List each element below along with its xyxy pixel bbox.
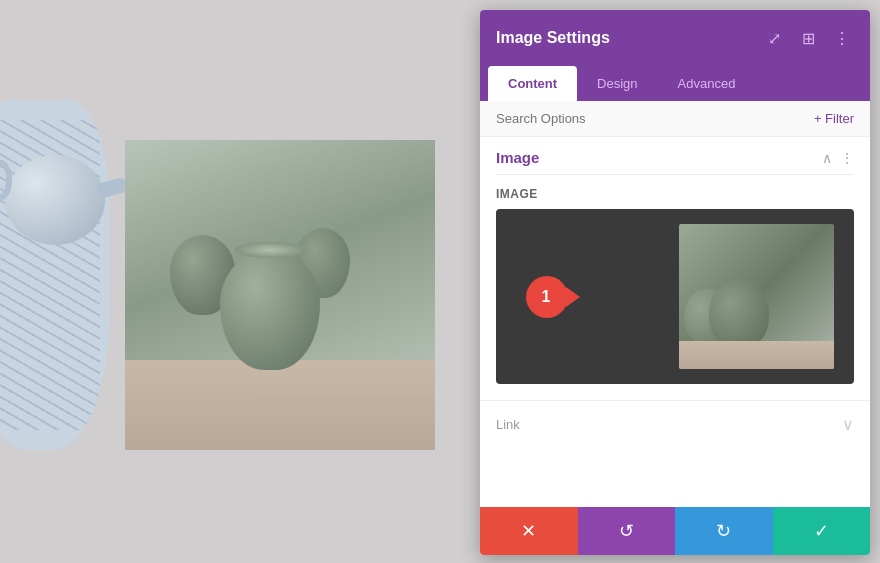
section-header-icons: ∧ ⋮ <box>822 150 854 166</box>
header-icons: ⤢ ⊞ ⋮ <box>762 26 854 50</box>
image-section: Image ∧ ⋮ Image 1 <box>480 137 870 400</box>
search-input[interactable] <box>496 111 814 126</box>
cancel-button[interactable]: ✕ <box>480 507 578 555</box>
image-preview <box>679 224 834 369</box>
section-more-icon[interactable]: ⋮ <box>840 150 854 166</box>
pot-main <box>220 250 320 370</box>
panel-header: Image Settings ⤢ ⊞ ⋮ <box>480 10 870 66</box>
bottom-toolbar: ✕ ↺ ↻ ✓ <box>480 507 870 555</box>
layout-icon[interactable]: ⊞ <box>796 26 820 50</box>
undo-button[interactable]: ↺ <box>578 507 676 555</box>
panel-content: Image ∧ ⋮ Image 1 <box>480 137 870 507</box>
tab-bar: Content Design Advanced <box>480 66 870 101</box>
save-button[interactable]: ✓ <box>773 507 871 555</box>
chevron-down-icon: ∨ <box>842 415 854 434</box>
section-header: Image ∧ ⋮ <box>496 137 854 175</box>
badge-circle: 1 <box>526 276 568 318</box>
link-header[interactable]: Link ∨ <box>496 401 854 448</box>
blue-vase <box>0 100 110 450</box>
annotation-badge: 1 <box>526 276 568 318</box>
tab-advanced[interactable]: Advanced <box>658 66 756 101</box>
section-title: Image <box>496 149 539 166</box>
filter-button[interactable]: + Filter <box>814 111 854 126</box>
undo-icon: ↺ <box>619 520 634 542</box>
thumb-table <box>679 341 834 369</box>
image-settings-panel: Image Settings ⤢ ⊞ ⋮ Content Design Adva… <box>480 10 870 555</box>
badge-arrow <box>566 287 580 307</box>
more-icon[interactable]: ⋮ <box>830 26 854 50</box>
badge-number: 1 <box>542 288 551 306</box>
redo-icon: ↻ <box>716 520 731 542</box>
resize-icon[interactable]: ⤢ <box>762 26 786 50</box>
cancel-icon: ✕ <box>521 520 536 542</box>
thumb-pot-main <box>709 279 769 349</box>
teapot-body <box>5 155 105 245</box>
tab-content[interactable]: Content <box>488 66 577 101</box>
save-icon: ✓ <box>814 520 829 542</box>
tab-design[interactable]: Design <box>577 66 657 101</box>
link-label: Link <box>496 417 520 432</box>
redo-button[interactable]: ↻ <box>675 507 773 555</box>
collapse-icon[interactable]: ∧ <box>822 150 832 166</box>
field-label: Image <box>496 187 854 201</box>
link-section: Link ∨ <box>480 400 870 448</box>
search-bar: + Filter <box>480 101 870 137</box>
panel-title: Image Settings <box>496 29 610 47</box>
table-surface <box>125 360 435 450</box>
image-upload-area[interactable]: 1 <box>496 209 854 384</box>
